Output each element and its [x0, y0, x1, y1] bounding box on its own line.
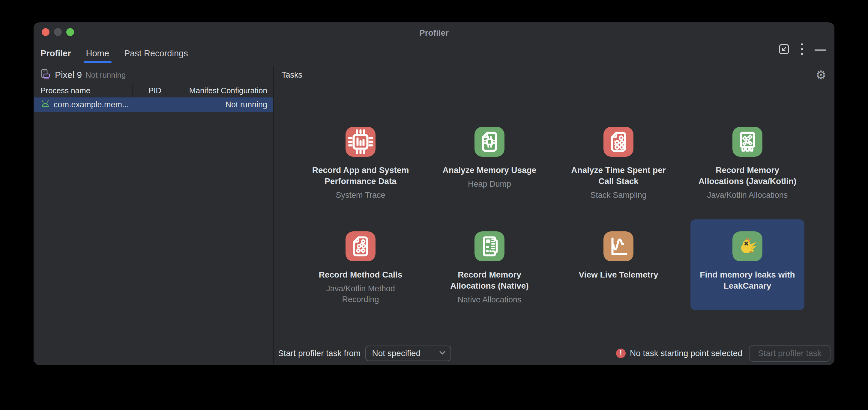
task-card-stack-sampling[interactable]: Analyze Time Spent per Call Stack Stack … — [561, 115, 676, 206]
chevron-down-icon — [439, 351, 446, 356]
column-header-pid: PID — [132, 84, 165, 97]
cpu-chart-icon — [345, 127, 375, 158]
task-card-heap-dump[interactable]: Analyze Memory Usage Heap Dump — [433, 115, 547, 206]
task-subtitle: Heap Dump — [468, 179, 511, 190]
live-chart-icon — [603, 231, 633, 263]
process-panel: Pixel 9 Not running Process name PID Man… — [34, 66, 274, 364]
process-name-cell: com.example.mem... — [54, 100, 129, 109]
task-card-system-trace[interactable]: Record App and System Performance Data S… — [304, 115, 417, 206]
hide-panel-icon[interactable] — [814, 47, 826, 53]
column-header-process-name: Process name — [34, 84, 132, 97]
active-tab-underline — [84, 61, 112, 63]
doc-chip-icon — [474, 127, 504, 158]
memory-graph-icon — [733, 127, 763, 158]
profiler-app-label: Profiler — [40, 48, 71, 66]
start-profiler-task-button[interactable]: Start profiler task — [749, 345, 831, 362]
task-card-live-telemetry[interactable]: View Live Telemetry — [561, 219, 676, 310]
main-area: Pixel 9 Not running Process name PID Man… — [34, 66, 834, 364]
warning-text: No task starting point selected — [630, 348, 742, 358]
doc-callgraph-icon — [603, 127, 633, 158]
doc-methods-icon — [345, 231, 375, 263]
tasks-grid-area: Record App and System Performance Data S… — [274, 84, 834, 342]
android-head-icon — [40, 100, 50, 110]
task-title: Record Method Calls — [319, 269, 402, 280]
device-name: Pixel 9 — [55, 70, 82, 80]
task-title: View Live Telemetry — [579, 269, 658, 280]
starting-point-dropdown[interactable]: Not specified — [365, 346, 451, 361]
task-grid: Record App and System Performance Data S… — [304, 115, 804, 310]
column-header-manifest-configuration: Manifest Configuration — [165, 84, 273, 97]
task-title: Record Memory Allocations (Java/Kotlin) — [699, 165, 797, 187]
footer-right-group: ! No task starting point selected Start … — [616, 345, 831, 362]
task-card-java-kotlin-allocations[interactable]: Record Memory Allocations (Java/Kotlin) … — [690, 115, 804, 206]
task-subtitle: Java/Kotlin Method Recording — [326, 283, 395, 305]
task-subtitle: Stack Sampling — [590, 190, 647, 201]
tab-home[interactable]: Home — [86, 48, 109, 66]
task-title: Analyze Memory Usage — [443, 165, 536, 176]
tab-strip: Profiler Home Past Recordings — [40, 48, 188, 66]
task-title: Record Memory Allocations (Native) — [450, 269, 528, 291]
task-subtitle: Native Allocations — [457, 294, 521, 305]
task-card-native-allocations[interactable]: Record Memory Allocations (Native) Nativ… — [433, 219, 547, 310]
dock-window-icon[interactable] — [778, 43, 790, 56]
footer-bar: Start profiler task from Not specified !… — [274, 342, 834, 364]
device-row[interactable]: Pixel 9 Not running — [34, 66, 273, 84]
starting-point-dropdown-value: Not specified — [372, 348, 421, 358]
virtual-device-icon — [40, 69, 51, 81]
task-title: Find memory leaks with LeakCanary — [700, 269, 795, 291]
device-status: Not running — [86, 70, 126, 80]
process-status-cell: Not running — [225, 100, 267, 109]
memory-blocks-icon — [474, 231, 504, 263]
tasks-panel-title: Tasks — [282, 70, 302, 80]
profiler-window: Profiler Profiler Home Past Recordings — [34, 23, 834, 365]
more-options-kebab-icon[interactable] — [801, 43, 804, 57]
tab-home-label: Home — [86, 48, 109, 58]
task-subtitle: Java/Kotlin Allocations — [707, 190, 788, 201]
task-title: Record App and System Performance Data — [312, 165, 409, 187]
titlebar: Profiler Profiler Home Past Recordings — [34, 23, 834, 66]
leakcanary-icon — [733, 231, 763, 263]
tab-past-recordings-label: Past Recordings — [124, 48, 188, 58]
gear-icon[interactable]: ⚙ — [815, 69, 826, 81]
process-table-header: Process name PID Manifest Configuration — [34, 84, 273, 97]
tasks-panel-header: Tasks ⚙ — [274, 66, 834, 84]
error-icon: ! — [616, 348, 626, 358]
start-from-label: Start profiler task from — [278, 348, 361, 358]
titlebar-actions — [778, 43, 826, 57]
window-title: Profiler — [34, 28, 834, 38]
task-title: Analyze Time Spent per Call Stack — [571, 165, 665, 187]
task-card-method-recording[interactable]: Record Method Calls Java/Kotlin Method R… — [304, 219, 417, 310]
task-subtitle: System Trace — [336, 190, 385, 201]
tab-past-recordings[interactable]: Past Recordings — [124, 48, 188, 66]
tasks-panel: Tasks ⚙ R — [274, 66, 834, 364]
task-card-leakcanary[interactable]: Find memory leaks with LeakCanary — [690, 219, 804, 310]
process-table-row-selected[interactable]: com.example.mem... Not running — [34, 97, 273, 112]
